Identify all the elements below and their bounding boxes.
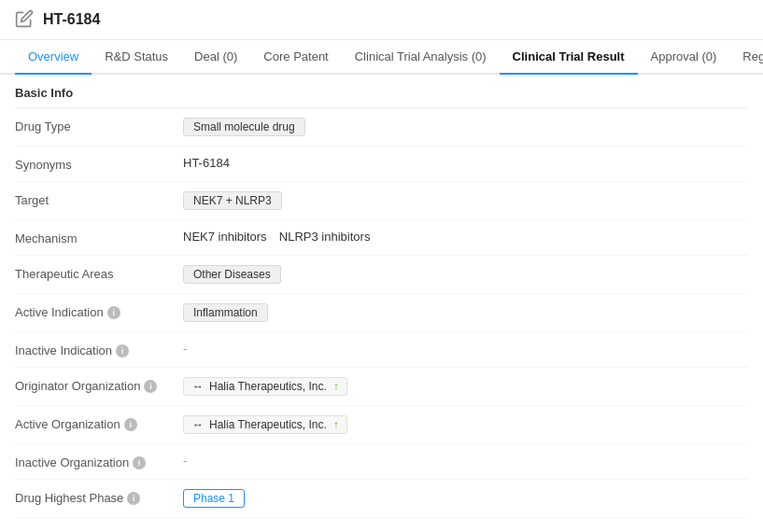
value-active-indication: Inflammation: [183, 303, 748, 322]
field-row-drug-type: Drug Type Small molecule drug: [15, 108, 748, 147]
info-icon-active-indication[interactable]: i: [107, 306, 120, 319]
field-row-inactive-organization: Inactive Organization i -: [15, 444, 748, 480]
field-row-active-indication: Active Indication i Inflammation: [15, 294, 748, 332]
label-therapeutic-areas: Therapeutic Areas: [15, 265, 183, 281]
field-row-drug-highest-phase: Drug Highest Phase i Phase 1: [15, 480, 748, 518]
tag-inflammation: Inflammation: [183, 303, 268, 322]
company-name-active: Halia Therapeutics, Inc.: [209, 418, 327, 431]
info-icon-drug-phase[interactable]: i: [127, 492, 140, 505]
value-drug-type: Small molecule drug: [183, 118, 748, 136]
label-active-indication: Active Indication i: [15, 303, 183, 319]
label-originator-organization: Originator Organization i: [15, 377, 183, 393]
label-synonyms: Synonyms: [15, 156, 183, 172]
field-row-target: Target NEK7 + NLRP3: [15, 182, 748, 220]
label-first-approval-date: First Approval Date(Global): [15, 527, 183, 532]
label-inactive-organization: Inactive Organization i: [15, 454, 183, 469]
value-therapeutic-areas: Other Diseases: [183, 265, 748, 284]
info-icon-originator-org[interactable]: i: [144, 380, 157, 393]
value-originator-organization: ↔ Halia Therapeutics, Inc. ↑: [183, 377, 748, 396]
tab-clinical-trial-analysis[interactable]: Clinical Trial Analysis (0): [342, 40, 500, 75]
tab-deal[interactable]: Deal (0): [181, 40, 250, 75]
phase-tag: Phase 1: [183, 489, 245, 508]
info-icon-inactive-org[interactable]: i: [133, 456, 146, 469]
label-target: Target: [15, 191, 183, 207]
value-first-approval-date: -: [183, 527, 748, 532]
field-row-synonyms: Synonyms HT-6184: [15, 147, 748, 182]
field-row-inactive-indication: Inactive Indication i -: [15, 332, 748, 368]
value-inactive-organization: -: [183, 454, 748, 468]
tab-clinical-trial-result[interactable]: Clinical Trial Result: [500, 40, 638, 75]
field-row-mechanism: Mechanism NEK7 inhibitors NLRP3 inhibito…: [15, 220, 748, 256]
tab-overview[interactable]: Overview: [15, 40, 92, 75]
value-mechanism: NEK7 inhibitors NLRP3 inhibitors: [183, 230, 748, 244]
nav-tabs: Overview R&D Status Deal (0) Core Patent…: [0, 40, 763, 75]
tab-regulation[interactable]: Regulation (0): [729, 40, 763, 75]
trending-up-icon-originator: ↑: [333, 380, 339, 393]
info-icon-active-org[interactable]: i: [124, 418, 137, 431]
value-active-organization: ↔ Halia Therapeutics, Inc. ↑: [183, 415, 748, 434]
mechanism-nek7: NEK7 inhibitors: [183, 230, 267, 244]
field-row-active-organization: Active Organization i ↔ Halia Therapeuti…: [15, 406, 748, 444]
tab-core-patent[interactable]: Core Patent: [250, 40, 341, 75]
tab-rd-status[interactable]: R&D Status: [92, 40, 181, 75]
company-tag-halia-active[interactable]: ↔ Halia Therapeutics, Inc. ↑: [183, 415, 347, 434]
section-basic-info: Basic Info: [15, 75, 748, 108]
value-inactive-indication: -: [183, 342, 748, 356]
company-tag-halia-originator[interactable]: ↔ Halia Therapeutics, Inc. ↑: [183, 377, 347, 396]
value-drug-highest-phase: Phase 1: [183, 489, 748, 508]
label-mechanism: Mechanism: [15, 230, 183, 245]
trending-up-icon-active: ↑: [333, 418, 339, 431]
tag-target: NEK7 + NLRP3: [183, 191, 282, 210]
label-drug-highest-phase: Drug Highest Phase i: [15, 489, 183, 505]
value-target: NEK7 + NLRP3: [183, 191, 748, 210]
mechanism-nlrp3: NLRP3 inhibitors: [273, 230, 371, 244]
label-active-organization: Active Organization i: [15, 415, 183, 431]
company-arrows-icon: ↔: [191, 380, 205, 393]
label-inactive-indication: Inactive Indication i: [15, 342, 183, 357]
edit-icon: [15, 9, 35, 30]
info-icon-inactive-indication[interactable]: i: [116, 344, 129, 357]
page-header: HT-6184: [0, 0, 763, 40]
company-arrows-icon-active: ↔: [191, 418, 205, 431]
tab-approval[interactable]: Approval (0): [638, 40, 730, 75]
tag-small-molecule-drug: Small molecule drug: [183, 118, 305, 136]
tag-other-diseases: Other Diseases: [183, 265, 281, 284]
company-name-originator: Halia Therapeutics, Inc.: [209, 380, 327, 393]
field-row-therapeutic-areas: Therapeutic Areas Other Diseases: [15, 256, 748, 294]
value-synonyms: HT-6184: [183, 156, 748, 170]
field-row-first-approval-date: First Approval Date(Global) -: [15, 518, 748, 532]
page-title: HT-6184: [43, 11, 100, 28]
main-content: Basic Info Drug Type Small molecule drug…: [0, 75, 763, 532]
label-drug-type: Drug Type: [15, 118, 183, 133]
field-row-originator-organization: Originator Organization i ↔ Halia Therap…: [15, 368, 748, 406]
